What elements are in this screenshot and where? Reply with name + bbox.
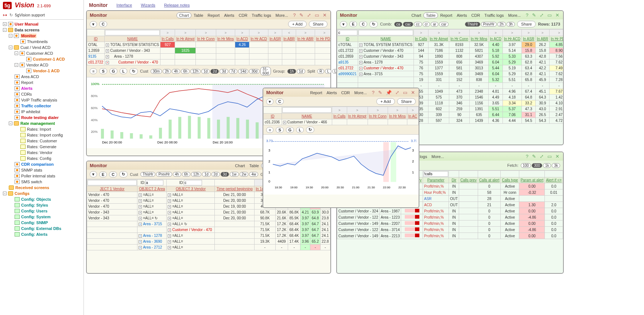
- tab-cdr[interactable]: CDR: [237, 13, 250, 18]
- col-header[interactable]: In AC: [407, 114, 418, 119]
- help-icon[interactable]: ?: [525, 12, 529, 18]
- tab-chart[interactable]: Chart: [409, 13, 423, 18]
- filter-a[interactable]: [145, 180, 163, 185]
- table-row[interactable]: Vendor - 343+=ALL=+=ALL=Dec 21, 00:0068.…: [87, 210, 330, 215]
- s-toggle[interactable]: S: [276, 127, 283, 133]
- col-header[interactable]: OBJECT 3 Vendor: [167, 186, 215, 192]
- edit-icon[interactable]: ✎: [531, 12, 537, 18]
- tree-item[interactable]: Rates: Vendor: [0, 150, 84, 155]
- row-name[interactable]: Customer / Vendor - 466: [287, 120, 327, 124]
- tree-item[interactable]: Config: Objects: [0, 196, 84, 202]
- table-row[interactable]: cTOTAL+TOTAL SYSTEM STATISTICS92731.3K81…: [337, 42, 563, 48]
- tree-item[interactable]: Config: External DBs: [0, 226, 84, 231]
- table-row[interactable]: +Area - 2712+=ALL=------: [87, 245, 330, 250]
- pin-icon[interactable]: 📌: [385, 90, 392, 95]
- col-header[interactable]: In ACD: [235, 36, 249, 42]
- expand-icon[interactable]: −: [3, 192, 7, 195]
- tab-cdr[interactable]: CDR: [469, 13, 482, 18]
- expand-icon[interactable]: −: [15, 51, 18, 55]
- col-header[interactable]: ID: [264, 114, 282, 119]
- range-100[interactable]: 100: [521, 163, 531, 168]
- table-row[interactable]: a9135+Area - 127875155965634696.045.2962…: [337, 59, 563, 65]
- tree-item[interactable]: +User Manual: [0, 21, 84, 27]
- logout-icon[interactable]: ↦: [3, 12, 7, 18]
- col-header[interactable]: Calls type: [501, 177, 519, 183]
- tab-report[interactable]: Report: [438, 13, 454, 18]
- range-PrevHr[interactable]: PrevHr: [481, 22, 497, 27]
- range-300[interactable]: 300: [532, 163, 542, 168]
- tree-item[interactable]: −Customer ACD: [0, 50, 84, 56]
- table-row[interactable]: 9135+ Area - 1278: [87, 54, 331, 59]
- table-row[interactable]: 193311528385.325.5165.845.97.28: [337, 77, 563, 83]
- range-3d[interactable]: 3d: [220, 69, 228, 74]
- table-row[interactable]: +Area - 3715+=ALL= ↻71.5K17.2K68.4K3.976…: [87, 221, 330, 227]
- minimize-icon[interactable]: ▭: [314, 12, 320, 18]
- range-4h[interactable]: 4h: [173, 172, 181, 177]
- tab-trafficlogs[interactable]: Traffic logs: [482, 13, 506, 18]
- support-link[interactable]: 5gVision support: [15, 13, 45, 17]
- table-row[interactable]: Customer / Vendor - 122Area - 3714Profit…: [337, 227, 563, 233]
- expand-icon[interactable]: ⤢: [395, 90, 400, 95]
- close-icon[interactable]: ✕: [555, 154, 560, 159]
- edit-icon[interactable]: ✎: [299, 12, 304, 18]
- col-header[interactable]: In Hr Atmpt: [175, 36, 196, 42]
- col-header[interactable]: In Hr ACD: [249, 36, 268, 42]
- share-button[interactable]: Share: [397, 98, 416, 105]
- tree-item[interactable]: −Rate management: [0, 120, 84, 126]
- col-header[interactable]: ID: [337, 36, 358, 42]
- range-ThisHr[interactable]: ThisHr: [140, 172, 155, 177]
- tab-alerts[interactable]: Alerts: [222, 13, 236, 18]
- topbar-link-interface[interactable]: Interface: [116, 3, 132, 7]
- menu-icon[interactable]: ≡: [90, 68, 97, 74]
- c-toggle[interactable]: C: [109, 172, 117, 177]
- s-toggle[interactable]: S: [99, 68, 107, 74]
- tree-item[interactable]: Rates: Import: [0, 126, 84, 132]
- reload-icon[interactable]: ↻: [306, 127, 314, 133]
- tab-report[interactable]: Report: [308, 90, 325, 95]
- range-ThisHr[interactable]: ThisHr: [465, 22, 480, 27]
- range-1d[interactable]: 1d: [297, 69, 305, 74]
- tab-report[interactable]: Report: [205, 13, 222, 18]
- tree-item[interactable]: Rates: Config: [0, 155, 84, 161]
- tree-item[interactable]: CDR comparison: [0, 161, 84, 167]
- close-icon[interactable]: ✕: [555, 12, 560, 18]
- filter-icon[interactable]: ▾: [90, 171, 97, 177]
- reload-icon[interactable]: ↻: [129, 68, 138, 74]
- col-header[interactable]: In Hr ABR: [296, 36, 315, 42]
- range-2d[interactable]: 2d: [212, 172, 220, 177]
- tab-more[interactable]: More...: [273, 13, 290, 18]
- range-2h[interactable]: 2h: [497, 22, 506, 27]
- table-row[interactable]: c01.2722+Customer / Vendor - 47076137758…: [337, 65, 563, 71]
- table-row[interactable]: a99990021+Area - 371575155965634696.045.…: [337, 71, 563, 77]
- edit-icon[interactable]: ✎: [377, 90, 383, 95]
- share-button[interactable]: Share: [309, 21, 327, 27]
- tab-chart[interactable]: Chart: [233, 163, 247, 168]
- expand-icon[interactable]: −: [9, 34, 12, 38]
- col-header[interactable]: In Hr PDD: [550, 36, 563, 42]
- share-button[interactable]: Share: [517, 21, 536, 27]
- tree-item[interactable]: Customer-1 ACD: [0, 56, 84, 62]
- table-row[interactable]: Customer / Vendor - 324Area - 1987Profit…: [337, 208, 563, 214]
- filter-icon[interactable]: ▾: [266, 99, 273, 105]
- filter-input[interactable]: [282, 107, 331, 113]
- range-30d[interactable]: 30d: [249, 69, 260, 74]
- table-row[interactable]: Customer / Vendor - 122Area - 1223Profit…: [337, 214, 563, 220]
- tree-item[interactable]: −Vendor ACD: [0, 62, 84, 68]
- tree-item[interactable]: Config: SNMP: [0, 220, 84, 226]
- tree-item[interactable]: Rates: Customer: [0, 138, 84, 144]
- col-header[interactable]: Calls prev: [459, 177, 478, 183]
- help-icon[interactable]: ?: [292, 12, 296, 18]
- c-toggle[interactable]: C: [276, 99, 284, 104]
- col-header[interactable]: NAME: [358, 36, 414, 42]
- expand-icon[interactable]: −: [9, 46, 12, 49]
- tree-item[interactable]: −Cust / Vend ACD: [0, 45, 84, 50]
- tree-item[interactable]: Route testing dialer: [0, 115, 84, 120]
- range-30m[interactable]: 30m: [151, 69, 162, 74]
- edit-icon[interactable]: ✎: [531, 154, 537, 159]
- col-header[interactable]: Param at alert: [519, 177, 545, 183]
- tree-item[interactable]: Thumbneils: [0, 39, 84, 45]
- range-6h[interactable]: 6h: [181, 69, 189, 74]
- tab-table[interactable]: Table: [423, 12, 438, 18]
- tree-item[interactable]: Vendor-1 ACD: [0, 68, 84, 74]
- filter-icon[interactable]: ▾: [340, 21, 347, 27]
